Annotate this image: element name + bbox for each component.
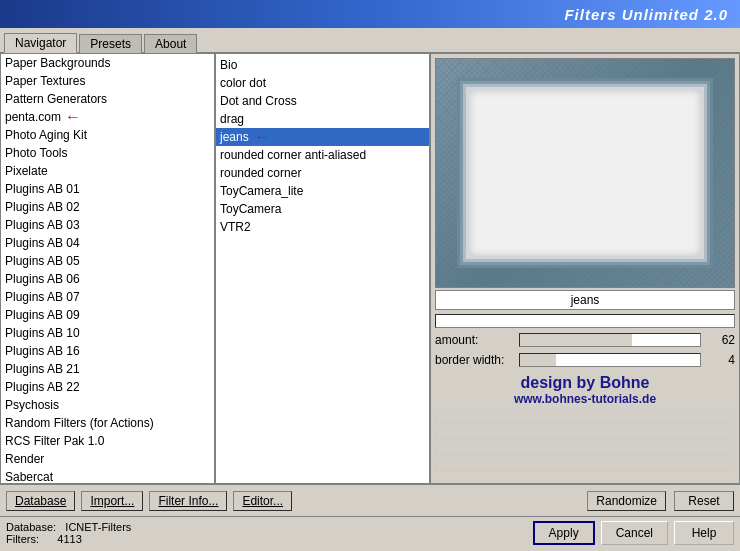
help-button[interactable]: Help: [674, 521, 734, 545]
list-item[interactable]: Plugins AB 05: [1, 252, 214, 270]
list-item[interactable]: Paper Textures: [1, 72, 214, 90]
right-panel: jeans amount: 62 border width: 4 design …: [431, 54, 739, 483]
list-item[interactable]: Plugins AB 10: [1, 324, 214, 342]
apply-button[interactable]: Apply: [533, 521, 595, 545]
list-item[interactable]: Plugins AB 16: [1, 342, 214, 360]
category-list[interactable]: Paper Backgrounds Paper Textures Pattern…: [1, 54, 216, 483]
param-value-amount: 62: [705, 333, 735, 347]
import-button[interactable]: Import...: [81, 491, 143, 511]
database-label: Database: ICNET-Filters: [6, 521, 131, 533]
tab-navigator[interactable]: Navigator: [4, 33, 77, 53]
list-item[interactable]: Plugins AB 03: [1, 216, 214, 234]
filters-label: Filters: 4113: [6, 533, 131, 545]
list-item[interactable]: Photo Tools: [1, 144, 214, 162]
param-label-border: border width:: [435, 353, 515, 367]
reset-button[interactable]: Reset: [674, 491, 734, 511]
list-item[interactable]: Paper Backgrounds: [1, 54, 214, 72]
editor-button[interactable]: Editor...: [233, 491, 292, 511]
list-item[interactable]: Plugins AB 06: [1, 270, 214, 288]
param-row-amount: amount: 62: [435, 333, 735, 347]
arrow-indicator-jeans: ←: [255, 129, 271, 145]
list-item[interactable]: Psychosis: [1, 396, 214, 414]
filter-item[interactable]: ToyCamera: [216, 200, 429, 218]
list-item[interactable]: RCS Filter Pak 1.0: [1, 432, 214, 450]
filter-item[interactable]: ToyCamera_lite: [216, 182, 429, 200]
param-row-border: border width: 4: [435, 353, 735, 367]
list-item[interactable]: Plugins AB 04: [1, 234, 214, 252]
preview-area: [435, 58, 735, 288]
randomize-button[interactable]: Randomize: [587, 491, 666, 511]
list-item[interactable]: Plugins AB 07: [1, 288, 214, 306]
filter-item[interactable]: Dot and Cross: [216, 92, 429, 110]
list-item[interactable]: Sabercat: [1, 468, 214, 483]
filter-list[interactable]: Bio color dot Dot and Cross drag jeans ←…: [216, 54, 431, 483]
tab-bar: Navigator Presets About: [0, 28, 740, 54]
design-url-text: www.bohnes-tutorials.de: [435, 392, 735, 406]
filter-item[interactable]: color dot: [216, 74, 429, 92]
bottom-toolbar: Database Import... Filter Info... Editor…: [0, 484, 740, 516]
param-label-amount: amount:: [435, 333, 515, 347]
list-item-penta[interactable]: penta.com ←: [1, 108, 214, 126]
filter-item[interactable]: rounded corner: [216, 164, 429, 182]
filter-item[interactable]: rounded corner anti-aliased: [216, 146, 429, 164]
tab-presets[interactable]: Presets: [79, 34, 142, 53]
right-toolbar-buttons: Randomize Reset: [587, 491, 734, 511]
status-bar: Database: ICNET-Filters Filters: 4113 Ap…: [0, 516, 740, 548]
title-bar: Filters Unlimited 2.0: [0, 0, 740, 28]
action-buttons: Apply Cancel Help: [533, 521, 734, 545]
design-bold-text: design by Bohne: [435, 374, 735, 392]
empty-area: [435, 410, 735, 479]
filter-item[interactable]: drag: [216, 110, 429, 128]
design-credit: design by Bohne www.bohnes-tutorials.de: [435, 374, 735, 406]
filter-name-display: jeans: [435, 290, 735, 310]
list-item[interactable]: Photo Aging Kit: [1, 126, 214, 144]
arrow-indicator: ←: [65, 109, 81, 125]
list-item[interactable]: Plugins AB 02: [1, 198, 214, 216]
list-item[interactable]: Random Filters (for Actions): [1, 414, 214, 432]
list-item[interactable]: Pixelate: [1, 162, 214, 180]
status-info: Database: ICNET-Filters Filters: 4113: [6, 521, 131, 545]
main-slider[interactable]: [435, 314, 735, 328]
param-value-border: 4: [705, 353, 735, 367]
main-content: Paper Backgrounds Paper Textures Pattern…: [0, 54, 740, 484]
filter-item[interactable]: Bio: [216, 56, 429, 74]
param-slider-amount[interactable]: [519, 333, 701, 347]
database-button[interactable]: Database: [6, 491, 75, 511]
cancel-button[interactable]: Cancel: [601, 521, 668, 545]
app-title: Filters Unlimited 2.0: [564, 6, 728, 23]
list-item[interactable]: Render: [1, 450, 214, 468]
preview-image: [436, 59, 734, 287]
param-slider-border[interactable]: [519, 353, 701, 367]
filter-item-jeans[interactable]: jeans ←: [216, 128, 429, 146]
list-item[interactable]: Plugins AB 21: [1, 360, 214, 378]
list-item[interactable]: Plugins AB 09: [1, 306, 214, 324]
list-item[interactable]: Pattern Generators: [1, 90, 214, 108]
filter-info-button[interactable]: Filter Info...: [149, 491, 227, 511]
tab-about[interactable]: About: [144, 34, 197, 53]
list-item[interactable]: Plugins AB 22: [1, 378, 214, 396]
filter-item[interactable]: VTR2: [216, 218, 429, 236]
list-item[interactable]: Plugins AB 01: [1, 180, 214, 198]
